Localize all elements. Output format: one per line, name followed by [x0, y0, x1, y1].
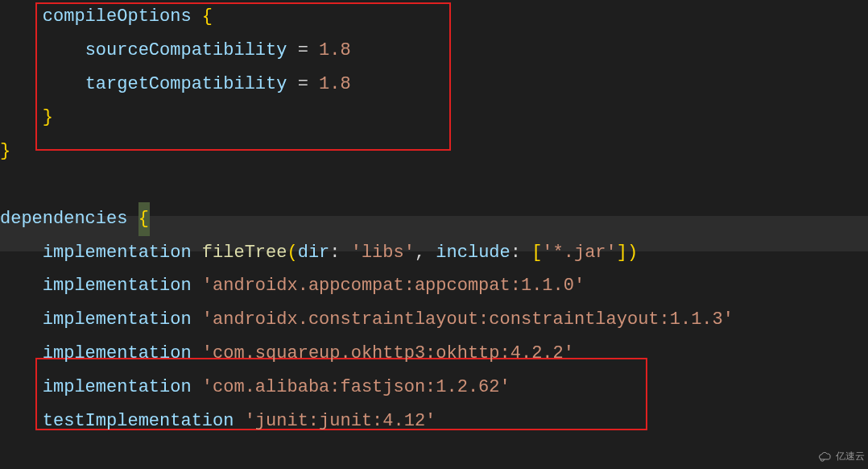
version-value: 1.8	[319, 40, 351, 60]
equals-op: =	[298, 40, 308, 60]
watermark: 亿速云	[817, 447, 865, 466]
implementation-keyword: implementation	[43, 343, 192, 363]
dir-key: dir	[298, 243, 330, 263]
implementation-keyword: implementation	[43, 309, 192, 330]
compile-options-keyword: compileOptions	[43, 6, 192, 27]
source-compat-prop: sourceCompatibility	[85, 40, 287, 60]
version-value: 1.8	[319, 74, 351, 94]
brace-close: }	[43, 107, 53, 127]
filetree-func: fileTree	[202, 243, 287, 263]
brace-open: {	[202, 6, 213, 27]
comma-op: ,	[415, 243, 425, 263]
cursor-brace-open: {	[138, 202, 150, 236]
colon-op: :	[329, 243, 340, 263]
constraintlayout-dep: 'androidx.constraintlayout:constraintlay…	[202, 309, 734, 330]
paren-close: )	[627, 243, 638, 263]
junit-dep: 'junit:junit:4.12'	[245, 411, 436, 431]
cloud-icon	[817, 452, 833, 462]
dependencies-keyword: dependencies	[0, 209, 127, 229]
equals-op: =	[298, 74, 308, 94]
testimplementation-keyword: testImplementation	[43, 411, 234, 431]
bracket-open: [	[531, 243, 542, 263]
libs-string: 'libs'	[351, 243, 415, 263]
outer-brace-close: }	[0, 141, 10, 161]
fastjson-dep: 'com.alibaba:fastjson:1.2.62'	[202, 377, 510, 397]
code-editor[interactable]: compileOptions { sourceCompatibility = 1…	[0, 0, 868, 438]
okhttp-dep: 'com.squareup.okhttp3:okhttp:4.2.2'	[202, 343, 574, 363]
watermark-text: 亿速云	[836, 447, 865, 466]
implementation-keyword: implementation	[43, 276, 192, 296]
jar-glob-string: '*.jar'	[542, 243, 616, 263]
include-key: include	[436, 243, 510, 263]
colon-op: :	[510, 243, 521, 263]
implementation-keyword: implementation	[43, 377, 192, 397]
target-compat-prop: targetCompatibility	[85, 74, 287, 94]
bracket-close: ]	[617, 243, 627, 263]
paren-open: (	[287, 243, 297, 263]
appcompat-dep: 'androidx.appcompat:appcompat:1.1.0'	[202, 276, 585, 296]
implementation-keyword: implementation	[43, 243, 192, 263]
